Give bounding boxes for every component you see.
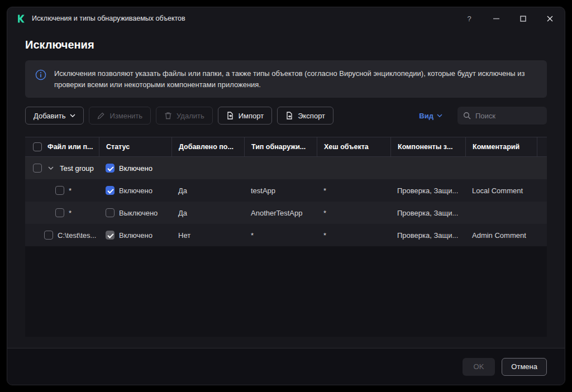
status-checkbox[interactable] — [106, 164, 115, 173]
added-by-user: Да — [171, 187, 244, 195]
search-icon — [463, 112, 471, 119]
table-header: Файл или п... Статус Добавлено по... Тип… — [25, 137, 547, 157]
import-icon — [226, 112, 234, 119]
status-label: Включено — [119, 187, 152, 195]
kaspersky-logo — [16, 13, 26, 23]
help-button[interactable]: ? — [464, 13, 474, 23]
chevron-down-icon — [70, 114, 75, 118]
comment: Admin Comment — [465, 231, 537, 240]
status-label: Включено — [119, 164, 152, 173]
detection-type: * — [244, 231, 317, 240]
group-name: Test group — [60, 164, 94, 173]
detection-type: AnotherTestApp — [244, 209, 317, 217]
file-path: * — [69, 209, 72, 217]
column-header-hash[interactable]: Хеш объекта — [317, 137, 390, 156]
toolbar: Добавить Изменить Удалить Импорт Экспорт… — [25, 107, 547, 125]
table-row[interactable]: * Выключено Да AnotherTestApp * Проверка… — [25, 202, 547, 224]
info-banner-text: Исключения позволяют указать файлы или п… — [54, 68, 537, 90]
added-by-user: Да — [171, 209, 244, 217]
row-select-checkbox[interactable] — [33, 164, 42, 173]
import-button-label: Импорт — [239, 112, 264, 120]
column-header-status[interactable]: Статус — [99, 137, 171, 156]
select-all-checkbox[interactable] — [33, 142, 42, 151]
add-button[interactable]: Добавить — [25, 107, 84, 125]
delete-button-label: Удалить — [177, 112, 204, 120]
column-header-spacer — [537, 137, 547, 156]
maximize-icon — [520, 16, 526, 22]
row-select-checkbox[interactable] — [55, 186, 64, 195]
add-button-label: Добавить — [34, 112, 65, 120]
protection-components: Проверка, Защи... — [390, 209, 465, 217]
chevron-down-icon — [437, 114, 442, 118]
status-checkbox[interactable] — [106, 186, 115, 195]
close-button[interactable] — [545, 13, 555, 23]
object-hash: * — [317, 209, 390, 217]
table-row[interactable]: C:\test\tes... Включено Нет * * Проверка… — [25, 224, 547, 246]
table-empty-area — [25, 246, 547, 337]
comment: Local Comment — [465, 187, 537, 195]
cancel-button[interactable]: Отмена — [502, 358, 547, 376]
object-hash: * — [317, 187, 390, 195]
pencil-icon — [97, 112, 105, 119]
export-icon — [285, 112, 293, 119]
table-row[interactable]: * Включено Да testApp * Проверка, Защи..… — [25, 179, 547, 202]
import-button[interactable]: Импорт — [218, 107, 272, 125]
minimize-icon — [493, 16, 499, 22]
window-title: Исключения и типы обнаруживаемых объекто… — [32, 15, 185, 22]
added-by-user: Нет — [171, 231, 244, 240]
status-checkbox[interactable] — [106, 231, 115, 240]
app-window: Исключения и типы обнаруживаемых объекто… — [7, 7, 565, 385]
protection-components: Проверка, Защи... — [390, 187, 465, 195]
close-icon — [547, 16, 553, 22]
group-expander[interactable] — [46, 164, 55, 173]
object-hash: * — [317, 231, 390, 240]
page-title: Исключения — [7, 30, 565, 54]
status-label: Включено — [119, 231, 152, 240]
column-header-components[interactable]: Компоненты з... — [390, 137, 465, 156]
chevron-down-icon — [48, 166, 54, 170]
info-banner: Исключения позволяют указать файлы или п… — [25, 60, 547, 98]
column-header-added[interactable]: Добавлено по... — [171, 137, 244, 156]
column-header-comment[interactable]: Комментарий — [465, 137, 537, 156]
column-header-file[interactable]: Файл или п... — [47, 143, 93, 151]
minimize-button[interactable] — [491, 13, 501, 23]
protection-components: Проверка, Защи... — [390, 231, 465, 240]
row-select-checkbox[interactable] — [44, 231, 53, 240]
info-circle-icon — [35, 69, 46, 80]
edit-button[interactable]: Изменить — [89, 107, 151, 125]
dialog-footer: OK Отмена — [7, 348, 565, 385]
row-select-checkbox[interactable] — [55, 208, 64, 217]
export-button-label: Экспорт — [298, 112, 325, 120]
search-box — [457, 107, 547, 125]
title-bar: Исключения и типы обнаруживаемых объекто… — [7, 7, 565, 30]
edit-button-label: Изменить — [109, 112, 142, 120]
ok-button[interactable]: OK — [463, 358, 495, 376]
table-group-row[interactable]: Test group Включено — [25, 157, 547, 179]
view-dropdown[interactable]: Вид — [419, 112, 442, 120]
search-input[interactable] — [475, 112, 541, 120]
export-button[interactable]: Экспорт — [277, 107, 333, 125]
status-label: Выключено — [119, 209, 158, 217]
detection-type: testApp — [244, 187, 317, 195]
status-checkbox[interactable] — [106, 208, 115, 217]
view-dropdown-label: Вид — [419, 112, 433, 120]
delete-button[interactable]: Удалить — [156, 107, 213, 125]
column-header-type[interactable]: Тип обнаружи... — [244, 137, 317, 156]
trash-icon — [164, 112, 172, 119]
file-path: C:\test\tes... — [58, 231, 96, 240]
maximize-button[interactable] — [518, 13, 528, 23]
exclusions-table: Файл или п... Статус Добавлено по... Тип… — [25, 137, 547, 337]
file-path: * — [69, 187, 72, 195]
window-controls: ? — [464, 13, 555, 23]
